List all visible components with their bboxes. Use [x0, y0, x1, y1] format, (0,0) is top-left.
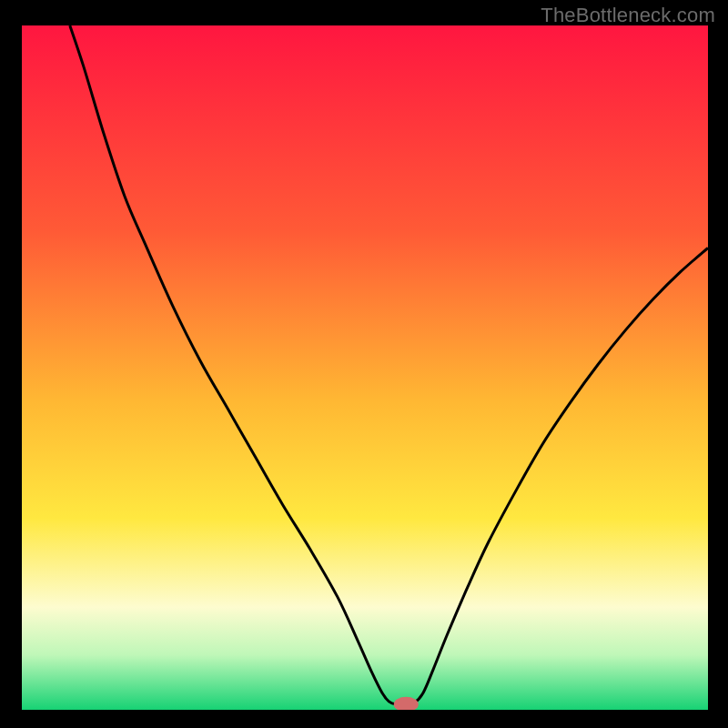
bottleneck-plot — [22, 25, 708, 710]
chart-frame: TheBottleneck.com — [0, 0, 728, 728]
watermark-text: TheBottleneck.com — [541, 4, 715, 27]
plot-svg — [22, 25, 708, 710]
gradient-rect — [22, 25, 708, 710]
